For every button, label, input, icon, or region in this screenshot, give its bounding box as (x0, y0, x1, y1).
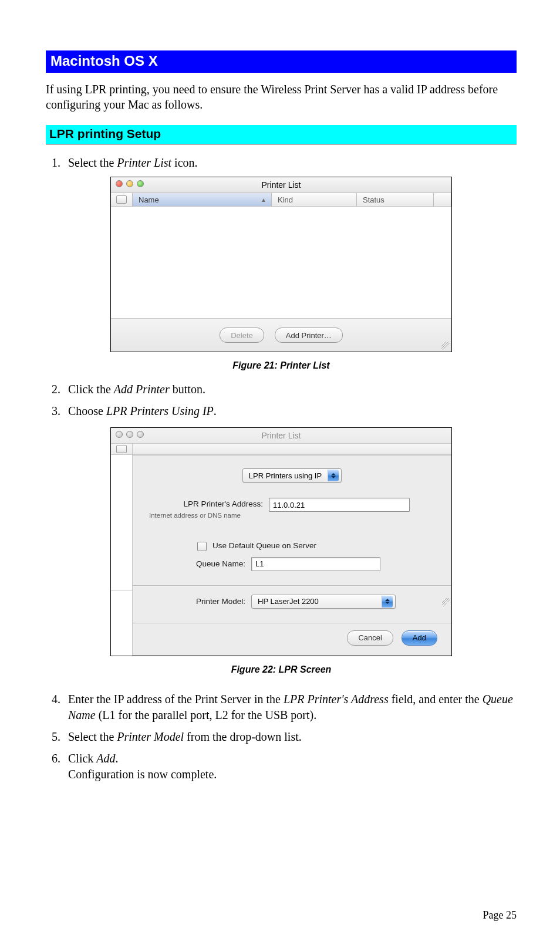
step-5: Select the Printer Model from the drop-d… (63, 729, 517, 745)
default-column-icon (111, 444, 133, 454)
step2-post: button. (170, 383, 205, 396)
zoom-icon[interactable] (137, 180, 144, 187)
add-printer-button[interactable]: Add Printer… (275, 328, 343, 343)
step3-post: . (214, 404, 217, 417)
figure-21-window: Printer List Name ▲ Kind Status Delete A… (110, 177, 452, 352)
step1-em: Printer List (117, 156, 171, 169)
popup-arrows-icon (328, 470, 339, 481)
steps-list-b: Click the Add Printer button. Choose LPR… (46, 382, 517, 419)
address-label: LPR Printer's Address: (149, 500, 263, 508)
window-titlebar-inactive: Printer List (111, 428, 451, 444)
default-queue-label: Use Default Queue on Server (212, 541, 316, 550)
header-rest (133, 444, 451, 454)
step6-a: Click (68, 752, 96, 765)
list-side-strip (111, 455, 133, 655)
step6-em: Add (96, 752, 115, 765)
step1-pre: Select the (68, 156, 117, 169)
step2-pre: Click the (68, 383, 114, 396)
default-column-icon (116, 195, 127, 204)
sheet-footer: Cancel Add (133, 623, 451, 655)
steps-list-c: Enter the IP address of the Print Server… (46, 691, 517, 782)
step3-em: LPR Printers Using IP (106, 404, 214, 417)
default-queue-checkbox[interactable] (197, 542, 207, 551)
step5-b: from the drop-down list. (184, 730, 302, 743)
printer-list-body (111, 207, 451, 318)
column-header-icon (111, 193, 133, 206)
printer-model-value: HP LaserJet 2200 (258, 597, 319, 606)
subsection-heading: LPR printing Setup (46, 125, 517, 144)
step4-b: field, and enter the (389, 693, 483, 706)
window-titlebar: Printer List (111, 177, 451, 193)
step4-em1: LPR Printer's Address (284, 693, 389, 706)
queue-name-value: L1 (255, 559, 264, 568)
zoom-icon[interactable] (137, 431, 144, 438)
col-name-label: Name (139, 195, 159, 204)
column-header-status[interactable]: Status (357, 193, 434, 206)
column-header-kind[interactable]: Kind (272, 193, 357, 206)
close-icon[interactable] (116, 180, 123, 187)
step-4: Enter the IP address of the Print Server… (63, 691, 517, 723)
step-1: Select the Printer List icon. (63, 155, 517, 171)
step-3: Choose LPR Printers Using IP. (63, 403, 517, 419)
step5-em: Printer Model (117, 730, 184, 743)
add-button[interactable]: Add (402, 630, 437, 646)
printer-model-popup[interactable]: HP LaserJet 2200 (251, 595, 396, 609)
step6-b: . (116, 752, 119, 765)
inactive-column-header (111, 444, 451, 455)
window-title: Printer List (262, 180, 301, 190)
section-heading: Macintosh OS X (46, 50, 517, 73)
step-6: Click Add. Configuration is now complete… (63, 751, 517, 782)
step4-c: (L1 for the parallel port, L2 for the US… (96, 708, 317, 721)
sort-indicator-icon: ▲ (261, 197, 266, 203)
protocol-popup-label: LPR Printers using IP (249, 471, 322, 480)
window-title: Printer List (262, 431, 301, 440)
column-header-name[interactable]: Name ▲ (133, 193, 272, 206)
step1-post: icon. (171, 156, 197, 169)
intro-paragraph: If using LPR printing, you need to ensur… (46, 82, 517, 112)
step5-a: Select the (68, 730, 117, 743)
resize-grip-icon[interactable] (441, 342, 450, 350)
resize-grip-icon[interactable] (442, 598, 450, 606)
figure-21-caption: Figure 21: Printer List (46, 360, 517, 371)
window-traffic-lights-inactive (116, 431, 144, 438)
address-value: 11.0.0.21 (273, 501, 305, 509)
column-header-extra (434, 193, 451, 206)
queue-name-input[interactable]: L1 (251, 557, 380, 571)
page-number: Page 25 (483, 909, 517, 922)
popup-arrows-icon (382, 596, 393, 608)
window-footer: Delete Add Printer… (111, 318, 451, 352)
address-hint: Internet address or DNS name (149, 512, 263, 519)
figure-22-caption: Figure 22: LPR Screen (46, 664, 517, 675)
cancel-button[interactable]: Cancel (347, 630, 393, 646)
column-header-row: Name ▲ Kind Status (111, 193, 451, 207)
minimize-icon[interactable] (126, 180, 133, 187)
steps-list-a: Select the Printer List icon. (46, 155, 517, 171)
step6-c: Configuration is now complete. (68, 768, 217, 781)
add-printer-sheet: LPR Printers using IP LPR Printer's Addr… (133, 455, 451, 655)
protocol-popup[interactable]: LPR Printers using IP (242, 468, 342, 482)
window-traffic-lights (116, 180, 144, 187)
step2-em: Add Printer (114, 383, 170, 396)
address-input[interactable]: 11.0.0.21 (269, 498, 410, 512)
step-2: Click the Add Printer button. (63, 382, 517, 397)
queue-name-label: Queue Name: (175, 559, 245, 568)
step4-a: Enter the IP address of the Print Server… (68, 693, 284, 706)
close-icon[interactable] (116, 431, 123, 438)
minimize-icon[interactable] (126, 431, 133, 438)
step3-pre: Choose (68, 404, 106, 417)
printer-model-label: Printer Model: (175, 597, 245, 606)
figure-22-window: Printer List LPR Printers using IP (110, 427, 452, 656)
delete-button[interactable]: Delete (220, 328, 264, 343)
sheet-body: LPR Printers using IP LPR Printer's Addr… (111, 455, 451, 655)
